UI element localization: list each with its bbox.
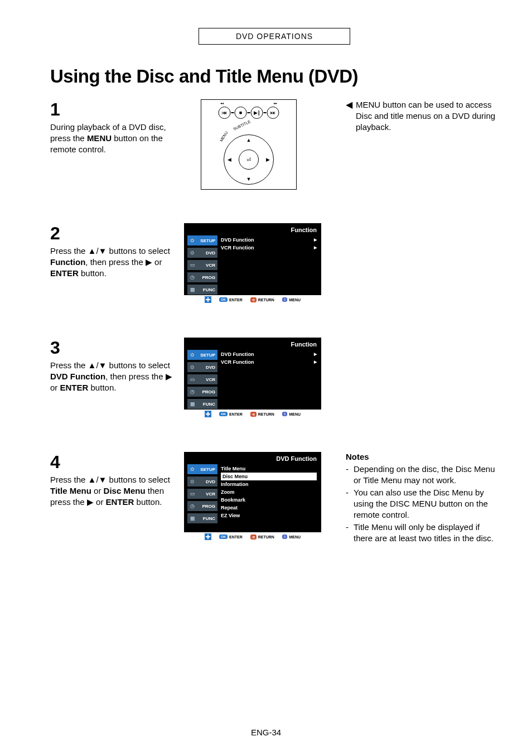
grid-icon: ▦ [189,286,196,293]
osd-tab-vcr[interactable]: ▭VCR [187,489,217,499]
osd-tab-prog[interactable]: ◷PROG [187,272,217,282]
return-pill-icon: ⟲ [250,412,257,417]
osd-sidebar: ✿SETUP ⊙DVD ▭VCR ◷PROG ▦FUNC [187,235,217,297]
osd-body: DVD Function▶ VCR Function▶ [221,236,317,252]
step-1-instruction: During playback of a DVD disc, press the… [50,122,173,155]
note-3: Title Menu will only be displayed if the… [346,522,499,544]
step-2-text-col: 2 Press the ▲/▼ buttons to select Functi… [50,223,173,304]
osd-body: Title Menu Disc Menu Information Zoom Bo… [221,465,317,519]
osd-tab-func[interactable]: ▦FUNC [187,285,217,295]
osd-tab-dvd[interactable]: ⊙DVD [187,362,217,372]
step-1-menu-bold: MENU [87,133,112,143]
gear-icon: ✿ [189,466,196,473]
grid-icon: ▦ [189,401,196,407]
enter-pill-icon: OK [219,297,228,302]
osd-footer: OKENTER ⟲RETURN ≡MENU [184,295,321,304]
note-1: Depending on the disc, the Disc Menu or … [346,464,499,486]
osd-row-information[interactable]: Information [221,480,317,488]
osd-row-vcr-function[interactable]: VCR Function▶ [221,244,317,252]
step-4-osd-col: DVD Function ✿SETUP ⊙DVD ▭VCR ◷PROG ▦FUN… [184,452,329,545]
step-2-instruction: Press the ▲/▼ buttons to select Function… [50,245,173,278]
page-root: DVD OPERATIONS Using the Disc and Title … [0,0,532,756]
tip-block: ◀ MENU button can be used to access Disc… [346,99,499,132]
osd-row-dvd-function[interactable]: DVD Function▶ [221,236,317,244]
osd-row-dvd-function[interactable]: DVD Function▶ [221,350,317,358]
osd-tab-prog[interactable]: ◷PROG [187,387,217,397]
enter-pill-icon: OK [219,412,228,416]
chevron-right-icon: ▶ [314,245,317,250]
enter-pill-icon: OK [219,535,228,539]
osd-title: DVD Function [276,455,317,462]
osd-body: DVD Function▶ VCR Function▶ [221,350,317,366]
tip-text: MENU button can be used to access Disc a… [356,99,499,132]
osd-step-2: Function ✿SETUP ⊙DVD ▭VCR ◷PROG ▦FUNC DV… [184,223,321,304]
vcr-icon: ▭ [189,376,196,383]
remote-fwd-icon: ▸▸ [274,101,277,105]
step-3-row: 3 Press the ▲/▼ buttons to select DVD Fu… [50,338,499,418]
osd-footer: OKENTER ⟲RETURN ≡MENU [184,532,321,541]
osd-row-repeat[interactable]: Repeat [221,504,317,512]
gear-icon: ✿ [189,237,196,244]
osd-tab-vcr[interactable]: ▭VCR [187,260,217,270]
remote-play-pause-button[interactable]: ▶∥ [251,107,263,119]
notes-col: Notes Depending on the disc, the Disc Me… [340,452,499,545]
step-1-number: 1 [50,99,173,120]
menu-pill-icon: ≡ [282,412,288,416]
osd-tab-prog[interactable]: ◷PROG [187,501,217,511]
disc-icon: ⊙ [189,478,196,485]
page-title: Using the Disc and Title Menu (DVD) [50,66,499,87]
osd-row-ezview[interactable]: EZ View [221,512,317,519]
step-3-number: 3 [50,338,173,358]
page-number: ENG-34 [251,728,281,737]
osd-tab-dvd[interactable]: ⊙DVD [187,248,217,258]
clock-icon: ◷ [189,274,196,281]
osd-tab-func[interactable]: ▦FUNC [187,399,217,409]
osd-tab-vcr[interactable]: ▭VCR [187,374,217,384]
osd-step-4: DVD Function ✿SETUP ⊙DVD ▭VCR ◷PROG ▦FUN… [184,452,321,541]
step-4-row: 4 Press the ▲/▼ buttons to select Title … [50,452,499,545]
notes-heading: Notes [346,452,499,461]
remote-top-row: ⏮ ■ ▶∥ ⏭ [219,107,279,119]
step-4-instruction: Press the ▲/▼ buttons to select Title Me… [50,474,173,507]
osd-tab-setup[interactable]: ✿SETUP [187,464,217,474]
step-1-text-col: 1 During playback of a DVD disc, press t… [50,99,173,190]
vcr-icon: ▭ [189,262,196,268]
step-3-text-col: 3 Press the ▲/▼ buttons to select DVD Fu… [50,338,173,418]
osd-row-title-menu[interactable]: Title Menu [221,465,317,473]
osd-title: Function [291,227,317,233]
osd-sidebar: ✿SETUP ⊙DVD ▭VCR ◷PROG ▦FUNC [187,350,217,411]
move-icon [205,411,211,417]
step-4-text-col: 4 Press the ▲/▼ buttons to select Title … [50,452,173,545]
remote-down-icon: ▼ [246,176,252,182]
move-icon [205,533,211,540]
remote-enter-button[interactable]: ⏎ [239,150,259,170]
osd-row-bookmark[interactable]: Bookmark [221,496,317,504]
osd-tab-func[interactable]: ▦FUNC [187,513,217,523]
menu-pill-icon: ≡ [282,297,288,302]
remote-dpad[interactable]: ▲ ▼ ◀ ▶ ⏎ [224,134,274,185]
grid-icon: ▦ [189,515,196,522]
notes-block: Notes Depending on the disc, the Disc Me… [346,452,499,544]
osd-tab-setup[interactable]: ✿SETUP [187,235,217,245]
clock-icon: ◷ [189,503,196,509]
note-2: You can also use the Disc Menu by using … [346,487,499,521]
osd-row-zoom[interactable]: Zoom [221,488,317,496]
osd-tab-setup[interactable]: ✿SETUP [187,350,217,360]
remote-right-icon: ▶ [266,157,270,162]
remote-menu-label: MENU [219,131,229,142]
remote-skip-back-button[interactable]: ⏮ [219,107,231,119]
tip-arrow-icon: ◀ [346,100,352,132]
osd-tab-dvd[interactable]: ⊙DVD [187,476,217,487]
section-header: DVD OPERATIONS [199,28,350,45]
osd-row-vcr-function[interactable]: VCR Function▶ [221,358,317,366]
remote-stop-button[interactable]: ■ [235,107,247,119]
step-2-osd-col: Function ✿SETUP ⊙DVD ▭VCR ◷PROG ▦FUNC DV… [184,223,329,304]
remote-subtitle-label: SUBTITLE [233,119,251,131]
step-3-instruction: Press the ▲/▼ buttons to select DVD Func… [50,360,173,393]
remote-rev-icon: ◂◂ [220,101,224,105]
remote-skip-fwd-button[interactable]: ⏭ [267,107,279,119]
osd-step-3: Function ✿SETUP ⊙DVD ▭VCR ◷PROG ▦FUNC DV… [184,338,321,418]
osd-row-disc-menu[interactable]: Disc Menu [221,473,317,480]
step-2-number: 2 [50,223,173,244]
remote-left-icon: ◀ [228,157,231,162]
